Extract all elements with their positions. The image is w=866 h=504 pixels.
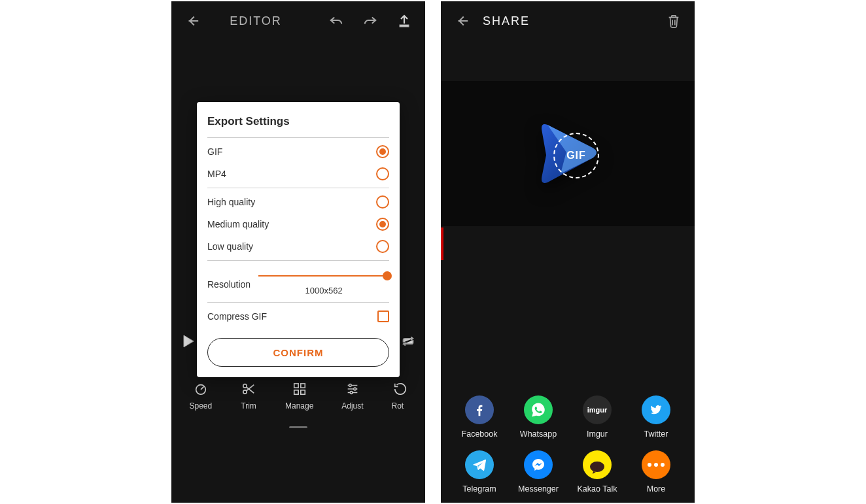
share-screen: SHARE GIF [441,1,695,503]
quality-low-label: Low quality [207,241,253,252]
resolution-group: Resolution 1000x562 [207,260,389,302]
export-icon[interactable] [396,13,412,29]
share-grid: Facebook Whatsapp imgur Imgur Twitter [441,395,695,497]
quality-medium-label: Medium quality [207,219,269,229]
share-imgur-label: Imgur [587,429,608,439]
share-messenger-label: Messenger [518,484,559,494]
compress-toggle[interactable]: Compress GIF [207,305,389,328]
tool-manage-label: Manage [285,401,313,411]
kakao-icon: TALK [583,450,612,479]
export-settings-title: Export Settings [207,115,389,128]
tool-trim[interactable]: Trim [240,380,257,411]
speed-icon [192,380,209,397]
facebook-icon [465,395,494,424]
share-facebook[interactable]: Facebook [450,395,509,439]
editor-title: EDITOR [183,14,328,28]
tool-speed-label: Speed [189,401,212,411]
format-mp4-label: MP4 [207,169,226,179]
manage-icon [291,380,308,397]
selection-indicator [441,227,443,260]
share-twitter-label: Twitter [644,429,668,439]
svg-point-2 [243,384,247,388]
quality-group: High quality Medium quality Low quality [207,188,389,260]
svg-point-8 [349,384,351,387]
resolution-label: Resolution [207,270,251,290]
preview-logo-icon: GIF [528,114,607,193]
confirm-button[interactable]: CONFIRM [207,338,389,367]
quality-high-label: High quality [207,197,255,207]
undo-icon[interactable] [328,13,344,29]
radio-icon [376,195,389,209]
radio-icon [376,167,389,180]
share-preview[interactable]: GIF [441,81,695,226]
share-title: SHARE [483,14,530,28]
radio-icon [376,218,389,231]
share-facebook-label: Facebook [462,429,498,439]
editor-toolbar: Speed Trim Manage Adjust Rot [171,380,425,411]
messenger-icon [524,450,553,479]
tool-speed[interactable]: Speed [189,380,212,411]
resolution-value: 1000x562 [305,286,343,295]
back-icon[interactable] [454,13,470,29]
export-settings-modal: Export Settings GIF MP4 High quality Med… [197,102,400,377]
tool-rotate[interactable]: Rot [392,380,407,411]
quality-option-high[interactable]: High quality [207,191,389,213]
whatsapp-icon [524,395,553,424]
editor-header: EDITOR [171,1,425,41]
share-header: SHARE [441,1,695,41]
more-icon [642,450,670,479]
compress-group: Compress GIF [207,302,389,330]
share-more[interactable]: More [627,450,685,494]
svg-rect-4 [294,384,298,388]
svg-rect-7 [300,390,304,394]
svg-point-3 [243,390,247,394]
format-gif-label: GIF [207,146,222,157]
tool-manage[interactable]: Manage [285,380,313,411]
kakao-text: TALK [591,465,603,469]
svg-point-9 [354,388,356,390]
compress-label: Compress GIF [207,311,267,322]
format-group: GIF MP4 [207,137,389,188]
share-twitter[interactable]: Twitter [627,395,685,439]
gif-badge: GIF [553,133,599,178]
tool-trim-label: Trim [241,401,256,411]
share-telegram[interactable]: Telegram [450,450,509,494]
share-whatsapp-label: Whatsapp [520,429,557,439]
quality-option-low[interactable]: Low quality [207,235,389,258]
format-option-gif[interactable]: GIF [207,141,389,163]
trash-icon[interactable] [666,13,682,29]
share-more-label: More [647,484,665,494]
svg-point-10 [350,392,353,394]
tool-adjust[interactable]: Adjust [341,380,363,411]
adjust-icon [344,380,361,397]
svg-rect-0 [400,25,409,27]
tool-adjust-label: Adjust [341,401,363,411]
checkbox-icon [377,311,389,322]
rotate-icon [392,380,407,397]
share-imgur[interactable]: imgur Imgur [568,395,627,439]
imgur-icon: imgur [583,395,612,424]
format-option-mp4[interactable]: MP4 [207,163,389,185]
share-kakao-label: Kakao Talk [578,484,617,494]
loop-icon[interactable] [400,333,416,349]
svg-rect-6 [294,390,298,394]
share-whatsapp[interactable]: Whatsapp [509,395,568,439]
editor-screen: EDITOR [171,1,425,503]
svg-rect-5 [300,384,304,388]
radio-icon [376,145,389,158]
play-icon[interactable] [181,333,196,349]
share-messenger[interactable]: Messenger [509,450,568,494]
redo-icon[interactable] [362,13,378,29]
radio-icon [376,240,389,253]
tool-rotate-label: Rot [392,401,404,411]
share-kakao[interactable]: TALK Kakao Talk [568,450,627,494]
telegram-icon [465,450,494,479]
share-telegram-label: Telegram [462,484,496,494]
twitter-icon [642,395,670,424]
trim-icon [240,380,257,397]
quality-option-medium[interactable]: Medium quality [207,213,389,235]
resolution-slider[interactable] [258,270,389,282]
page-indicator [289,426,307,428]
